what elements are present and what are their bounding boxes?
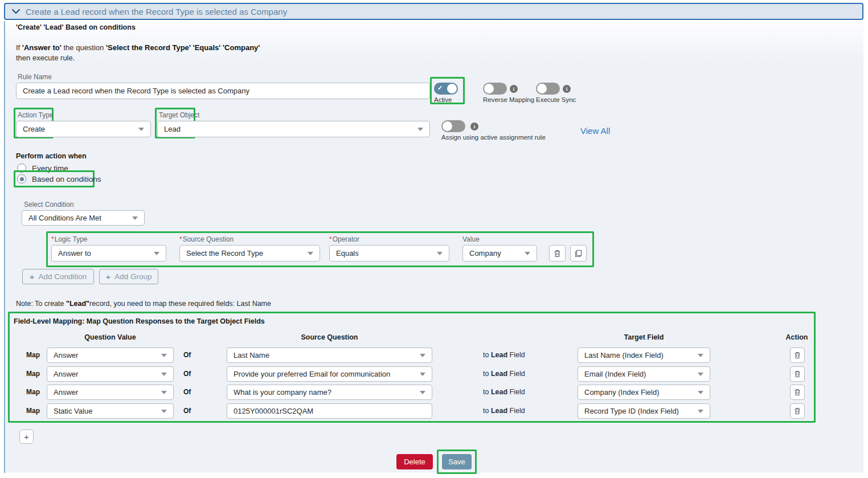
- add-mapping-row-button[interactable]: +: [19, 430, 34, 444]
- mapping-row: Map Answer Of Provide your preferred Ema…: [0, 366, 868, 382]
- select-condition-select[interactable]: All Conditions Are Met: [22, 210, 145, 226]
- rule-editor-page: Create a Lead record when the Record Typ…: [0, 0, 868, 478]
- rule-name-input[interactable]: [16, 83, 430, 99]
- execute-rule-sentence: then execute rule.: [16, 54, 75, 62]
- chevron-down-icon: [698, 373, 703, 376]
- mapping-title: Field-Level Mapping: Map Question Respon…: [14, 317, 265, 325]
- target-object-label: Target Object: [159, 111, 199, 119]
- chevron-down-icon: [161, 354, 167, 357]
- trash-icon: [794, 389, 801, 396]
- chevron-down-icon: [161, 410, 167, 413]
- target-field-select[interactable]: Record Type ID (Index Field): [578, 403, 710, 419]
- column-header-target-field: Target Field: [578, 333, 710, 341]
- rule-name-label: Rule Name: [18, 73, 52, 81]
- chevron-down-icon: [437, 252, 443, 255]
- column-header-source-question: Source Question: [227, 333, 432, 341]
- value-label: Value: [462, 235, 480, 243]
- based-on-conditions-label: Based on conditions: [32, 175, 101, 183]
- assignment-rule-toggle[interactable]: [441, 120, 465, 132]
- chevron-down-icon: [698, 391, 703, 394]
- chevron-down-icon: [698, 410, 703, 413]
- question-value-select[interactable]: Static Value: [47, 403, 174, 419]
- info-icon[interactable]: i: [563, 85, 571, 93]
- target-field-select[interactable]: Email (Index Field): [578, 366, 710, 382]
- required-fields-note: Note: To create "Lead"record, you need t…: [16, 300, 271, 308]
- perform-action-label: Perform action when: [16, 152, 87, 160]
- clone-condition-button[interactable]: [570, 245, 587, 262]
- chevron-down-icon: [308, 252, 313, 255]
- chevron-down-icon: [161, 373, 167, 376]
- execute-sync-toggle[interactable]: [536, 83, 560, 95]
- accordion-header[interactable]: Create a Lead record when the Record Typ…: [4, 3, 863, 20]
- every-time-label: Every time: [32, 164, 68, 173]
- accordion-title: Create a Lead record when the Record Typ…: [26, 7, 287, 17]
- static-value-input[interactable]: [227, 403, 432, 419]
- plus-icon: +: [24, 432, 29, 442]
- info-icon[interactable]: i: [510, 85, 518, 93]
- trash-icon: [794, 352, 801, 359]
- source-question-select[interactable]: Last Name: [227, 348, 432, 363]
- rule-summary-heading: 'Create' 'Lead' Based on conditions: [16, 23, 136, 31]
- chevron-down-icon: [417, 128, 423, 131]
- select-condition-label: Select Condition: [24, 201, 73, 209]
- chevron-down-icon: [154, 252, 159, 255]
- trash-icon: [794, 370, 801, 378]
- delete-condition-button[interactable]: [549, 245, 566, 262]
- target-object-select[interactable]: Lead: [157, 121, 430, 137]
- delete-mapping-button[interactable]: [790, 403, 805, 419]
- chevron-down-icon: [420, 373, 425, 376]
- question-value-select[interactable]: Answer: [47, 366, 174, 382]
- to-lead-field-label: to Lead Field: [483, 370, 525, 378]
- mapping-row: Map Answer Of Last Name to Lead Field La…: [0, 348, 868, 363]
- source-question-select[interactable]: Select the Record Type: [179, 245, 320, 262]
- chevron-down-icon: [138, 128, 144, 131]
- every-time-radio[interactable]: [17, 164, 26, 173]
- action-type-select[interactable]: Create: [16, 121, 151, 137]
- logic-type-label: *Logic Type: [51, 235, 88, 243]
- condition-sentence: If 'Answer to' the question 'Select the …: [16, 43, 260, 52]
- add-condition-button[interactable]: +Add Condition: [22, 269, 94, 284]
- target-field-select[interactable]: Last Name (Index Field): [578, 348, 710, 363]
- reverse-mapping-label: Reverse Mapping: [483, 96, 534, 103]
- view-all-link[interactable]: View All: [580, 126, 610, 136]
- delete-mapping-button[interactable]: [790, 348, 805, 363]
- chevron-down-icon: [525, 252, 530, 255]
- reverse-mapping-toggle[interactable]: [483, 83, 507, 95]
- active-toggle-label: Active: [434, 96, 458, 103]
- plus-icon: +: [30, 272, 35, 281]
- action-type-label: Action Type: [18, 111, 53, 119]
- plus-icon: +: [105, 272, 110, 281]
- chevron-down-icon: [132, 216, 138, 220]
- to-lead-field-label: to Lead Field: [483, 407, 525, 415]
- chevron-down-icon: [420, 391, 425, 394]
- target-field-select[interactable]: Company (Index Field): [578, 385, 710, 400]
- add-group-button[interactable]: +Add Group: [99, 269, 158, 284]
- delete-mapping-button[interactable]: [790, 385, 805, 400]
- chevron-down-icon: [161, 391, 167, 394]
- source-question-select[interactable]: Provide your preferred Email for communi…: [227, 366, 432, 382]
- logic-type-select[interactable]: Answer to: [51, 245, 166, 262]
- value-select[interactable]: Company: [462, 245, 537, 262]
- source-question-label: *Source Question: [179, 235, 234, 243]
- to-lead-field-label: to Lead Field: [483, 388, 525, 396]
- delete-mapping-button[interactable]: [790, 366, 805, 382]
- delete-button[interactable]: Delete: [396, 454, 433, 469]
- trash-icon: [554, 250, 561, 258]
- chevron-down-icon[interactable]: [12, 9, 20, 14]
- execute-sync-label: Execute Sync: [536, 96, 576, 103]
- to-lead-field-label: to Lead Field: [483, 351, 525, 359]
- trash-icon: [794, 407, 801, 415]
- info-icon[interactable]: i: [470, 122, 478, 130]
- operator-label: *Operator: [329, 235, 359, 243]
- question-value-select[interactable]: Answer: [47, 385, 174, 400]
- save-button[interactable]: Save: [442, 454, 472, 469]
- operator-select[interactable]: Equals: [329, 245, 449, 262]
- source-question-select[interactable]: What is your company name?: [227, 385, 432, 400]
- mapping-row: Map Static Value Of to Lead Field Record…: [0, 403, 868, 419]
- active-toggle[interactable]: ✓: [434, 83, 458, 95]
- chevron-down-icon: [698, 354, 703, 357]
- based-on-conditions-radio[interactable]: [17, 174, 26, 183]
- copy-icon: [575, 250, 582, 258]
- question-value-select[interactable]: Answer: [47, 348, 174, 363]
- column-header-action: Action: [775, 333, 819, 341]
